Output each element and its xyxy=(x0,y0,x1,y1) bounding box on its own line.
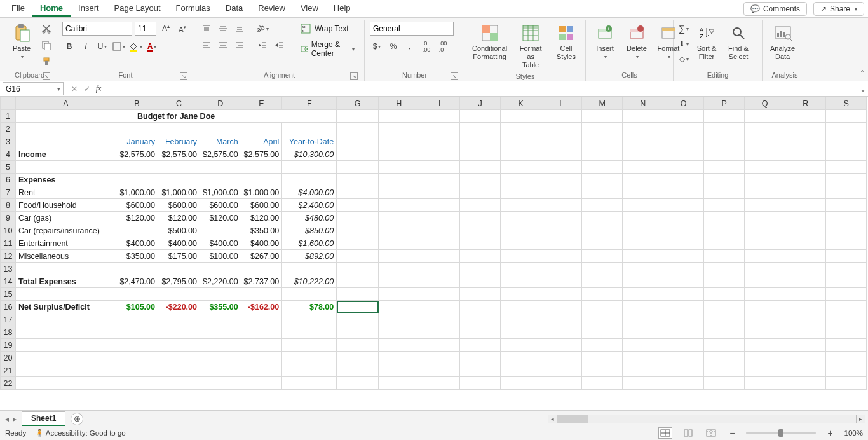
decrease-decimal-button[interactable]: .00.0 xyxy=(436,39,450,53)
cell-A11[interactable]: Entertainment xyxy=(16,237,116,250)
cell-P18[interactable] xyxy=(704,326,745,339)
align-right-button[interactable] xyxy=(233,38,247,52)
font-dialog-launcher[interactable]: ↘ xyxy=(180,72,187,80)
cell-F7[interactable]: $4,000.00 xyxy=(282,186,337,199)
fx-icon[interactable]: fx xyxy=(94,84,105,93)
cell-J2[interactable] xyxy=(460,123,501,135)
cell-O13[interactable] xyxy=(663,263,704,275)
fill-color-button[interactable]: ▾ xyxy=(128,39,142,53)
column-header-B[interactable]: B xyxy=(116,97,158,110)
cell-H5[interactable] xyxy=(379,161,419,174)
cell-O14[interactable] xyxy=(663,275,704,288)
cell-I20[interactable] xyxy=(419,352,460,364)
cell-D12[interactable]: $100.00 xyxy=(200,250,241,263)
cell-A5[interactable] xyxy=(16,161,116,174)
cell-C4[interactable]: $2,575.00 xyxy=(158,148,200,161)
cell-J5[interactable] xyxy=(460,161,501,174)
cell-M22[interactable] xyxy=(582,377,623,390)
cell-G19[interactable] xyxy=(337,339,379,352)
align-left-button[interactable] xyxy=(200,38,214,52)
cell-B8[interactable]: $600.00 xyxy=(116,199,158,212)
cell-I8[interactable] xyxy=(419,199,460,212)
cell-M1[interactable] xyxy=(582,110,623,123)
cell-S1[interactable] xyxy=(826,110,867,123)
cell-D13[interactable] xyxy=(200,263,241,275)
cell-K19[interactable] xyxy=(501,339,541,352)
cell-H21[interactable] xyxy=(379,364,419,377)
comments-button[interactable]: 💬 Comments xyxy=(743,2,807,16)
border-button[interactable]: ▾ xyxy=(112,39,126,53)
cell-S19[interactable] xyxy=(826,339,867,352)
cell-A2[interactable] xyxy=(16,123,116,135)
cell-A19[interactable] xyxy=(16,339,116,352)
cell-N11[interactable] xyxy=(623,237,663,250)
cell-O21[interactable] xyxy=(663,364,704,377)
cell-O7[interactable] xyxy=(663,186,704,199)
cell-H3[interactable] xyxy=(379,135,419,148)
cell-G22[interactable] xyxy=(337,377,379,390)
cell-F2[interactable] xyxy=(282,123,337,135)
formula-input[interactable] xyxy=(111,81,857,96)
cell-A10[interactable]: Car (repairs/insurance) xyxy=(16,224,116,237)
cell-O2[interactable] xyxy=(663,123,704,135)
italic-button[interactable]: I xyxy=(79,39,93,53)
cell-E7[interactable]: $1,000.00 xyxy=(241,186,282,199)
column-header-D[interactable]: D xyxy=(200,97,241,110)
column-header-M[interactable]: M xyxy=(582,97,623,110)
autosum-button[interactable]: ∑▾ xyxy=(679,22,689,36)
cell-H22[interactable] xyxy=(379,377,419,390)
cell-H16[interactable] xyxy=(379,301,419,313)
cell-K16[interactable] xyxy=(501,301,541,313)
cell-Q18[interactable] xyxy=(745,326,785,339)
menu-tab-help[interactable]: Help xyxy=(326,0,358,17)
row-header-19[interactable]: 19 xyxy=(1,339,16,352)
cell-J18[interactable] xyxy=(460,326,501,339)
cell-P21[interactable] xyxy=(704,364,745,377)
cell-B17[interactable] xyxy=(116,313,158,326)
cell-E19[interactable] xyxy=(241,339,282,352)
cell-F8[interactable]: $2,400.00 xyxy=(282,199,337,212)
cell-B18[interactable] xyxy=(116,326,158,339)
cell-P13[interactable] xyxy=(704,263,745,275)
cell-D7[interactable]: $1,000.00 xyxy=(200,186,241,199)
cell-P15[interactable] xyxy=(704,288,745,301)
cell-B14[interactable]: $2,470.00 xyxy=(116,275,158,288)
row-header-9[interactable]: 9 xyxy=(1,212,16,224)
number-dialog-launcher[interactable]: ↘ xyxy=(451,72,458,80)
cell-S8[interactable] xyxy=(826,199,867,212)
column-header-N[interactable]: N xyxy=(623,97,663,110)
cell-E21[interactable] xyxy=(241,364,282,377)
percent-button[interactable]: % xyxy=(386,39,400,53)
column-header-A[interactable]: A xyxy=(16,97,116,110)
cell-G17[interactable] xyxy=(337,313,379,326)
cell-C19[interactable] xyxy=(158,339,200,352)
cell-J16[interactable] xyxy=(460,301,501,313)
cell-C13[interactable] xyxy=(158,263,200,275)
cell-E14[interactable]: $2,737.00 xyxy=(241,275,282,288)
cell-A17[interactable] xyxy=(16,313,116,326)
cell-E10[interactable]: $350.00 xyxy=(241,224,282,237)
cell-J12[interactable] xyxy=(460,250,501,263)
find-select-button[interactable]: Find & Select xyxy=(724,22,752,62)
cell-Q20[interactable] xyxy=(745,352,785,364)
cell-M3[interactable] xyxy=(582,135,623,148)
row-header-7[interactable]: 7 xyxy=(1,186,16,199)
cell-Q3[interactable] xyxy=(745,135,785,148)
cell-L21[interactable] xyxy=(541,364,582,377)
cell-K15[interactable] xyxy=(501,288,541,301)
enter-formula-button[interactable]: ✓ xyxy=(81,85,93,93)
cell-G1[interactable] xyxy=(419,110,460,123)
cell-C20[interactable] xyxy=(158,352,200,364)
cell-F19[interactable] xyxy=(282,339,337,352)
cell-O6[interactable] xyxy=(663,174,704,186)
cell-J8[interactable] xyxy=(460,199,501,212)
cell-D9[interactable]: $120.00 xyxy=(200,212,241,224)
cell-K10[interactable] xyxy=(501,224,541,237)
column-header-H[interactable]: H xyxy=(379,97,419,110)
cell-G10[interactable] xyxy=(337,224,379,237)
cell-N9[interactable] xyxy=(623,212,663,224)
column-header-Q[interactable]: Q xyxy=(745,97,785,110)
cell-N10[interactable] xyxy=(623,224,663,237)
cell-I16[interactable] xyxy=(419,301,460,313)
cell-G4[interactable] xyxy=(337,148,379,161)
